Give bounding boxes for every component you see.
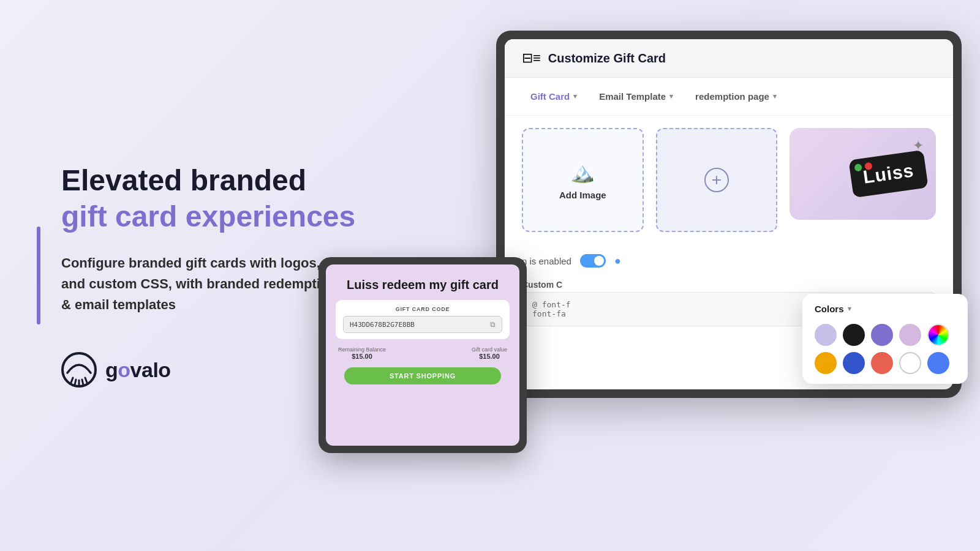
color-picker-swatch[interactable] <box>927 324 949 346</box>
upload-plus-icon: + <box>704 168 729 192</box>
add-image-card[interactable]: 🏔️ Add Image <box>522 128 644 232</box>
headline-line1: Elevated branded <box>61 163 380 197</box>
monitor-title: Customize Gift Card <box>548 51 666 66</box>
gift-code-input[interactable]: H43DD678B2G7E8BB ⧉ <box>343 316 502 333</box>
colors-header: Colors ▾ <box>815 304 956 314</box>
swatch-coral[interactable] <box>871 352 893 374</box>
card-value-value: $15.00 <box>472 353 507 360</box>
colors-grid <box>815 324 956 374</box>
swatch-black[interactable] <box>843 324 865 346</box>
remaining-balance-value: $15.00 <box>338 353 386 360</box>
remaining-balance: Remaining Balance $15.00 <box>338 347 386 360</box>
gift-card-chevron-icon: ▾ <box>573 92 577 100</box>
card-value: Gift card value $15.00 <box>472 347 507 360</box>
redemption-chevron-icon: ▾ <box>773 92 777 100</box>
dot-red <box>864 162 873 171</box>
toggle-switch[interactable] <box>580 254 606 268</box>
monitor-content: 🏔️ Add Image + Luiss ✦ <box>505 116 953 244</box>
toggle-label: n is enabled <box>522 256 571 266</box>
colors-row-2 <box>815 352 956 374</box>
gift-code-section: GIFT CARD CODE H43DD678B2G7E8BB ⧉ <box>336 300 510 339</box>
tab-email-template[interactable]: Email Template ▾ <box>590 86 682 107</box>
redemption-popup: Luiss redeem my gift card GIFT CARD CODE… <box>318 257 527 453</box>
image-icon: 🏔️ <box>570 160 595 184</box>
add-image-label: Add Image <box>559 190 606 200</box>
monitor-header: ⊟≡ Customize Gift Card <box>505 39 953 78</box>
swatch-white[interactable] <box>899 352 921 374</box>
colors-chevron-icon: ▾ <box>848 305 851 313</box>
svg-line-4 <box>82 380 83 385</box>
dot-green <box>854 163 862 172</box>
gift-card-black: Luiss <box>848 150 929 198</box>
customize-icon: ⊟≡ <box>522 50 541 66</box>
tab-gift-card-label: Gift Card <box>530 91 570 102</box>
headline-line2: gift card experiences <box>61 200 380 233</box>
svg-line-1 <box>71 378 73 383</box>
tab-email-template-label: Email Template <box>599 91 666 102</box>
govalo-logo-icon <box>61 352 97 388</box>
redemption-inner: Luiss redeem my gift card GIFT CARD CODE… <box>326 264 519 446</box>
start-shopping-button[interactable]: START SHOPPING <box>344 367 501 384</box>
email-template-chevron-icon: ▾ <box>669 92 673 100</box>
gift-code-label: GIFT CARD CODE <box>343 306 502 312</box>
svg-line-2 <box>75 380 76 385</box>
gift-code-value: H43DD678B2G7E8BB <box>350 321 415 329</box>
colors-row-1 <box>815 324 956 346</box>
balance-row: Remaining Balance $15.00 Gift card value… <box>336 347 510 360</box>
sparkle-icon: ✦ <box>913 138 924 154</box>
svg-line-5 <box>85 378 87 383</box>
redemption-title: Luiss redeem my gift card <box>347 277 499 293</box>
tab-redemption-page[interactable]: redemption page ▾ <box>687 86 785 107</box>
accent-bar <box>37 227 40 324</box>
gift-card-preview: Luiss ✦ <box>790 128 936 220</box>
swatch-lavender[interactable] <box>815 324 837 346</box>
copy-icon[interactable]: ⧉ <box>490 320 496 329</box>
remaining-balance-label: Remaining Balance <box>338 347 386 353</box>
colors-label: Colors <box>815 304 844 314</box>
colors-popup: Colors ▾ <box>802 294 968 384</box>
upload-area[interactable]: + <box>656 128 778 232</box>
tab-redemption-page-label: redemption page <box>695 91 769 102</box>
logo-text: govalo <box>105 358 171 382</box>
toggle-dot: ● <box>614 255 621 268</box>
swatch-orange[interactable] <box>815 352 837 374</box>
swatch-blue[interactable] <box>927 352 949 374</box>
monitor-tabs: Gift Card ▾ Email Template ▾ redemption … <box>505 78 953 116</box>
card-value-label: Gift card value <box>472 347 507 353</box>
toggle-section: n is enabled ● <box>505 244 953 277</box>
swatch-light-purple[interactable] <box>899 324 921 346</box>
swatch-dark-blue[interactable] <box>843 352 865 374</box>
swatch-purple[interactable] <box>871 324 893 346</box>
custom-css-label: Custom C <box>505 277 953 292</box>
tab-gift-card[interactable]: Gift Card ▾ <box>522 86 586 107</box>
